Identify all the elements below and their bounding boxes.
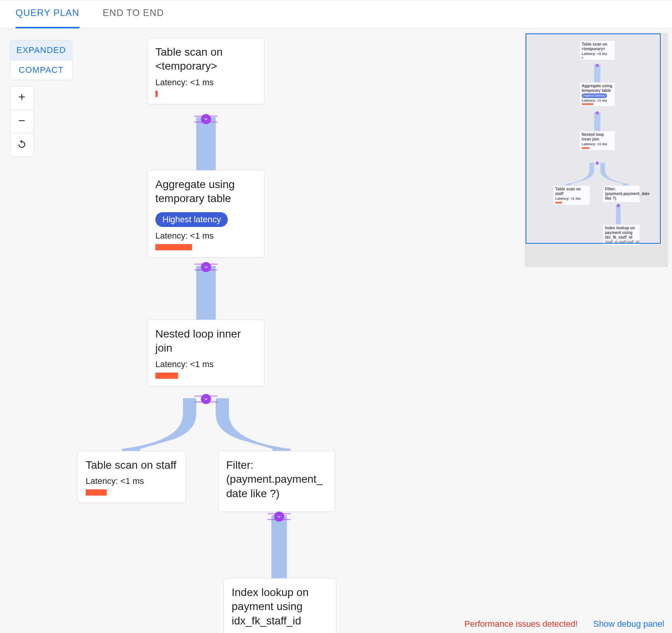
chevron-down-icon: [274, 512, 284, 522]
node-title: Index lookup on payment using idx_fk_sta…: [232, 586, 328, 628]
svg-rect-1: [196, 266, 216, 320]
performance-warning: Performance issues detected!: [464, 619, 578, 629]
latency-bar: [155, 91, 158, 97]
latency-bar: [86, 489, 107, 496]
plan-node-filter[interactable]: Filter: (payment.payment_date like ?): [218, 451, 336, 512]
show-debug-panel-link[interactable]: Show debug panel: [593, 619, 664, 629]
node-latency: Latency: <1 ms: [155, 77, 257, 88]
zoom-reset-button[interactable]: [10, 133, 33, 156]
expanded-button[interactable]: EXPANDED: [10, 40, 72, 60]
collapse-toggle[interactable]: [194, 395, 218, 403]
chevron-down-icon: [201, 394, 211, 404]
node-latency: Latency: <1 ms: [155, 231, 257, 241]
plan-node-table-scan-staff[interactable]: Table scan on staff Latency: <1 ms: [77, 451, 186, 503]
collapse-toggle[interactable]: [194, 263, 218, 271]
compact-button[interactable]: COMPACT: [10, 60, 72, 80]
node-title: Aggregate using temporary table: [155, 178, 257, 206]
node-title: Filter: (payment.payment_date like ?): [226, 458, 327, 501]
svg-rect-0: [196, 117, 216, 171]
node-latency: Latency: <1 ms: [86, 476, 178, 486]
node-title: Table scan on <temporary>: [155, 45, 257, 74]
collapse-toggle[interactable]: [267, 512, 291, 521]
view-mode-toggle: EXPANDED COMPACT: [10, 40, 72, 80]
collapse-toggle[interactable]: [194, 115, 218, 123]
node-title: Nested loop inner join: [155, 327, 257, 355]
footer-bar: Performance issues detected! Show debug …: [464, 619, 664, 629]
chevron-down-icon: [201, 114, 211, 124]
plus-icon: [17, 91, 27, 105]
zoom-controls: [10, 86, 34, 157]
reset-icon: [17, 139, 27, 152]
plan-canvas[interactable]: EXPANDED COMPACT: [0, 28, 672, 633]
minimap-viewport[interactable]: [526, 33, 661, 244]
svg-rect-2: [271, 515, 287, 579]
plan-node-nested-loop[interactable]: Nested loop inner join Latency: <1 ms: [147, 320, 265, 386]
chevron-down-icon: [201, 262, 211, 272]
node-latency: Latency: <1 ms: [155, 359, 257, 369]
highest-latency-badge: Highest latency: [155, 212, 228, 227]
latency-bar: [155, 244, 192, 250]
plan-node-index-lookup[interactable]: Index lookup on payment using idx_fk_sta…: [223, 578, 336, 633]
tab-end-to-end[interactable]: END TO END: [103, 7, 164, 27]
zoom-in-button[interactable]: [10, 86, 33, 110]
tab-bar: QUERY PLAN END TO END: [0, 0, 672, 28]
plan-node-aggregate[interactable]: Aggregate using temporary table Highest …: [147, 170, 265, 258]
minus-icon: [17, 115, 27, 128]
zoom-out-button[interactable]: [10, 110, 33, 133]
node-title: Table scan on staff: [86, 458, 178, 472]
tab-query-plan[interactable]: QUERY PLAN: [16, 7, 79, 28]
plan-node-table-scan-temporary[interactable]: Table scan on <temporary> Latency: <1 ms: [147, 38, 265, 104]
latency-bar: [155, 373, 178, 379]
minimap[interactable]: Table scan on <temporary> Latency: <1 ms…: [525, 33, 667, 267]
